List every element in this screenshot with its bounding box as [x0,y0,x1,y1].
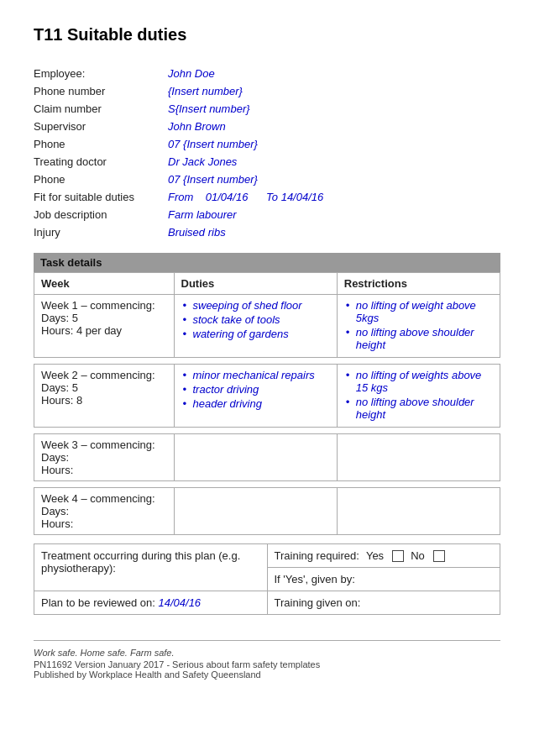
info-row: Phone number{Insert number} [34,82,500,100]
review-label: Plan to be reviewed on: [41,596,155,609]
page-title: T11 Suitable duties [34,25,500,45]
training-required-label: Training required: [275,549,359,562]
info-row: Employee:John Doe [34,65,500,82]
restrictions-cell [337,434,500,481]
duties-cell [174,434,337,481]
if-yes-label: If 'Yes', given by: [275,573,355,585]
info-value-fit: From 01/04/16 To 14/04/16 [168,188,500,206]
info-row: Claim numberS{Insert number} [34,100,500,118]
days-label: Days: 5 [41,312,78,324]
info-row: Phone07 {Insert number} [34,171,500,188]
hours-label: Hours: [41,464,73,476]
week-cell: Week 1 – commencing: Days: 5 Hours: 4 pe… [34,295,175,358]
info-label: Treating doctor [34,153,168,171]
info-label: Phone [34,171,168,188]
restrictions-cell: no lifting of weight above 5kgsno liftin… [337,295,500,358]
info-row: Job descriptionFarm labourer [34,206,500,223]
review-date: 14/04/16 [159,596,202,609]
days-label: Days: [41,451,69,464]
week-label: Week 4 – commencing: [41,492,155,505]
week-label: Week 3 – commencing: [41,438,155,451]
hours-label: Hours: 4 per day [41,324,122,337]
duties-cell: minor mechanical repairstractor drivingh… [174,365,337,428]
training-given-cell: Training given on: [267,591,500,615]
info-label: Fit for suitable duties [34,188,168,206]
info-label: Phone [34,135,168,153]
info-row: Fit for suitable dutiesFrom 01/04/16 To … [34,188,500,206]
task-row: Week 4 – commencing: Days: Hours: [34,488,500,535]
duty-item: tractor driving [181,383,330,396]
task-row: Week 1 – commencing: Days: 5 Hours: 4 pe… [34,295,500,358]
footer-version: PN11692 Version January 2017 - Serious a… [34,659,500,669]
col-week: Week [34,273,175,295]
restriction-item: no lifting of weight above 5kgs [344,299,493,324]
info-value: John Brown [168,118,500,135]
training-given-label: Training given on: [275,596,361,609]
restrictions-cell: no lifting of weights above 15 kgsno lif… [337,365,500,428]
info-value: 07 {Insert number} [168,171,500,188]
col-restrictions: Restrictions [337,273,500,295]
yes-label: Yes [366,549,384,562]
duty-item: stock take of tools [181,313,330,326]
yes-checkbox[interactable] [392,550,404,562]
info-value: 07 {Insert number} [168,135,500,153]
week-cell: Week 4 – commencing: Days: Hours: [34,488,175,535]
duty-item: minor mechanical repairs [181,369,330,381]
footer-tagline: Work safe. Home safe. Farm safe. [34,648,500,658]
duty-item: watering of gardens [181,328,330,340]
info-row: InjuryBruised ribs [34,223,500,241]
info-label: Employee: [34,65,168,82]
restriction-item: no lifting above shoulder height [344,326,493,351]
info-value: S{Insert number} [168,100,500,118]
info-row: SupervisorJohn Brown [34,118,500,135]
footer-publisher: Published by Workplace Health and Safety… [34,669,500,680]
duty-item: sweeping of shed floor [181,299,330,312]
duties-cell: sweeping of shed floorstock take of tool… [174,295,337,358]
info-label: Job description [34,206,168,223]
hours-label: Hours: [41,517,73,530]
spacer-row [34,481,500,488]
task-row: Week 2 – commencing: Days: 5 Hours: 8min… [34,365,500,428]
week-cell: Week 2 – commencing: Days: 5 Hours: 8 [34,365,175,428]
days-label: Days: 5 [41,381,78,394]
restriction-item: no lifting of weights above 15 kgs [344,369,493,394]
info-value: Farm labourer [168,206,500,223]
info-label: Injury [34,223,168,241]
task-row: Week 3 – commencing: Days: Hours: [34,434,500,481]
info-fields: Employee:John DoePhone number{Insert num… [34,65,500,241]
info-label: Supervisor [34,118,168,135]
task-table: Week Duties Restrictions Week 1 – commen… [34,272,500,535]
info-label: Phone number [34,82,168,100]
week-label: Week 2 – commencing: [41,369,155,381]
task-details-header: Task details [34,253,500,272]
no-checkbox[interactable] [433,550,445,562]
hours-label: Hours: 8 [41,394,82,407]
info-value: {Insert number} [168,82,500,100]
spacer-row [34,358,500,365]
spacer-row [34,428,500,434]
restrictions-cell [337,488,500,535]
info-value: John Doe [168,65,500,82]
info-row: Phone07 {Insert number} [34,135,500,153]
duties-cell [174,488,337,535]
info-label: Claim number [34,100,168,118]
treatment-cell: Treatment occurring during this plan (e.… [34,544,268,591]
if-yes-cell: If 'Yes', given by: [267,568,500,591]
treatment-label: Treatment occurring during this plan (e.… [41,549,240,575]
restriction-item: no lifting above shoulder height [344,396,493,421]
week-cell: Week 3 – commencing: Days: Hours: [34,434,175,481]
no-label: No [411,549,425,562]
days-label: Days: [41,505,69,517]
info-value: Dr Jack Jones [168,153,500,171]
week-label: Week 1 – commencing: [41,299,155,312]
duty-item: header driving [181,397,330,410]
info-row: Treating doctorDr Jack Jones [34,153,500,171]
col-duties: Duties [174,273,337,295]
info-value: Bruised ribs [168,223,500,241]
training-required-cell: Training required: Yes No [267,544,500,568]
bottom-table: Treatment occurring during this plan (e.… [34,543,500,615]
review-cell: Plan to be reviewed on: 14/04/16 [34,591,268,615]
footer: Work safe. Home safe. Farm safe. PN11692… [34,640,500,680]
